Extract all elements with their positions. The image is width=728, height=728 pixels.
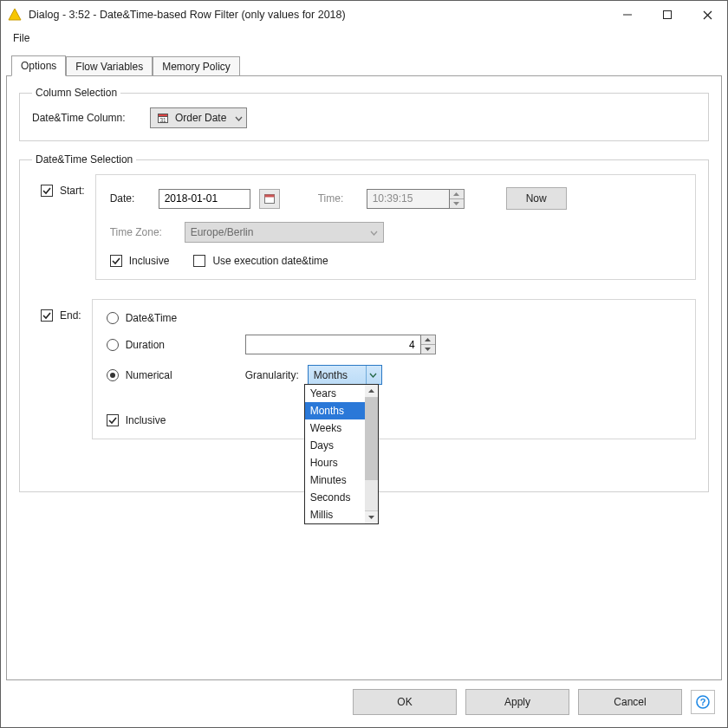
- label-start: Start:: [60, 185, 85, 197]
- label-timezone: Time Zone:: [110, 226, 176, 238]
- svg-text:?: ?: [700, 697, 706, 707]
- radio-end-numerical[interactable]: [107, 369, 119, 381]
- end-panel: Date&Time Duration: [92, 299, 696, 439]
- numeric-spin-up[interactable]: [421, 335, 435, 345]
- calendar-picker-button[interactable]: [259, 189, 280, 209]
- group-column-selection: Column Selection Date&Time Column: 31 Or…: [19, 87, 709, 141]
- scroll-thumb[interactable]: [365, 398, 378, 480]
- time-spin-down[interactable]: [450, 199, 464, 208]
- scroll-down-icon[interactable]: [365, 510, 378, 523]
- label-radio-duration: Duration: [126, 339, 165, 351]
- checkbox-start[interactable]: [41, 185, 53, 197]
- check-start-inclusive-wrap: Inclusive: [110, 255, 170, 267]
- now-button[interactable]: Now: [506, 187, 567, 210]
- option-weeks[interactable]: Weeks: [305, 419, 365, 437]
- checkbox-use-execution[interactable]: [193, 255, 205, 267]
- combo-datetime-column[interactable]: 31 Order Date: [150, 107, 247, 128]
- time-spin-up[interactable]: [450, 190, 464, 199]
- checkbox-end-inclusive[interactable]: [107, 414, 119, 426]
- maximize-button[interactable]: [647, 1, 687, 29]
- checkbox-end[interactable]: [41, 309, 53, 322]
- titlebar: Dialog - 3:52 - Date&Time-based Row Filt…: [1, 1, 727, 29]
- combo-granularity[interactable]: Months: [308, 365, 382, 385]
- radio-end-datetime[interactable]: [107, 312, 119, 324]
- input-end-numeric-field[interactable]: [245, 335, 421, 354]
- group-datetime-selection: Date&Time Selection Start: Date:: [19, 153, 709, 492]
- svg-line-4: [704, 11, 712, 19]
- dropdown-granularity-list: Years Months Weeks Days Hours Minutes Se…: [304, 384, 379, 524]
- radio-numerical-wrap: Numerical: [107, 369, 237, 381]
- combo-timezone-value: Europe/Berlin: [191, 226, 254, 238]
- label-start-inclusive: Inclusive: [129, 255, 170, 267]
- tabstrip: Options Flow Variables Memory Policy: [11, 55, 722, 75]
- tab-options[interactable]: Options: [11, 55, 66, 76]
- svg-marker-0: [9, 9, 21, 20]
- label-radio-numerical: Numerical: [126, 369, 172, 381]
- window-title: Dialog - 3:52 - Date&Time-based Row Filt…: [29, 9, 608, 21]
- minimize-button[interactable]: [608, 1, 647, 29]
- label-datetime-column: Date&Time Column:: [32, 112, 143, 124]
- option-minutes[interactable]: Minutes: [305, 471, 365, 489]
- dropdown-scrollbar[interactable]: [365, 385, 378, 523]
- svg-text:31: 31: [159, 117, 166, 123]
- option-seconds[interactable]: Seconds: [305, 489, 365, 506]
- dialog-window: Dialog - 3:52 - Date&Time-based Row Filt…: [0, 0, 728, 728]
- apply-button[interactable]: Apply: [465, 689, 569, 715]
- option-months[interactable]: Months: [305, 402, 365, 419]
- label-date: Date:: [110, 192, 150, 205]
- svg-rect-2: [664, 11, 672, 19]
- label-end: End:: [60, 309, 81, 322]
- calendar-icon: 31: [156, 111, 170, 125]
- scroll-up-icon[interactable]: [365, 385, 378, 398]
- cancel-button[interactable]: Cancel: [578, 689, 682, 715]
- legend-datetime-selection: Date&Time Selection: [32, 153, 136, 166]
- combo-timezone: Europe/Berlin: [185, 222, 384, 243]
- label-radio-datetime: Date&Time: [126, 312, 178, 324]
- option-days[interactable]: Days: [305, 437, 365, 454]
- tab-panel-options: Column Selection Date&Time Column: 31 Or…: [6, 75, 722, 680]
- content-area: Options Flow Variables Memory Policy Col…: [1, 49, 727, 727]
- checkbox-start-inclusive[interactable]: [110, 255, 122, 267]
- app-icon: [8, 8, 22, 22]
- numeric-spin-down[interactable]: [421, 345, 435, 354]
- label-end-inclusive: Inclusive: [126, 414, 166, 426]
- input-end-numeric: [245, 335, 436, 354]
- check-end-inclusive-wrap: Inclusive: [107, 414, 681, 426]
- start-panel: Date: Time:: [95, 174, 696, 280]
- input-start-time-field: [367, 189, 450, 209]
- chevron-down-icon: [366, 366, 380, 384]
- help-button[interactable]: ?: [691, 690, 715, 714]
- svg-rect-9: [264, 195, 274, 198]
- button-bar: OK Apply Cancel ?: [6, 680, 722, 722]
- radio-datetime-wrap: Date&Time: [107, 312, 237, 324]
- radio-end-duration[interactable]: [107, 339, 119, 351]
- window-controls: [608, 1, 727, 29]
- chevron-down-icon: [235, 112, 243, 124]
- tab-memory-policy[interactable]: Memory Policy: [153, 56, 240, 76]
- menu-file[interactable]: File: [8, 30, 35, 46]
- label-time: Time:: [318, 192, 358, 205]
- time-spinner-buttons: [450, 189, 465, 209]
- option-years[interactable]: Years: [305, 385, 365, 402]
- scroll-track[interactable]: [365, 480, 378, 510]
- close-button[interactable]: [687, 1, 727, 29]
- menubar: File: [1, 29, 727, 49]
- option-hours[interactable]: Hours: [305, 454, 365, 471]
- tab-flow-variables[interactable]: Flow Variables: [66, 56, 153, 76]
- numeric-spinner-buttons: [421, 335, 436, 354]
- legend-column-selection: Column Selection: [32, 87, 120, 99]
- end-check-col: End:: [41, 299, 81, 322]
- option-millis[interactable]: Millis: [305, 506, 365, 523]
- combo-granularity-value: Months: [314, 369, 348, 381]
- input-start-date[interactable]: [159, 189, 250, 209]
- end-section: End: Date&Time Duration: [32, 299, 696, 439]
- combo-datetime-column-value: Order Date: [175, 112, 226, 124]
- chevron-down-icon: [370, 226, 378, 238]
- ok-button[interactable]: OK: [353, 689, 457, 715]
- check-use-execution-wrap: Use execution date&time: [193, 255, 328, 267]
- label-granularity: Granularity:: [245, 369, 299, 381]
- start-section: Start: Date:: [32, 174, 696, 280]
- svg-line-3: [704, 11, 712, 19]
- start-check-col: Start:: [41, 174, 85, 197]
- radio-duration-wrap: Duration: [107, 339, 237, 351]
